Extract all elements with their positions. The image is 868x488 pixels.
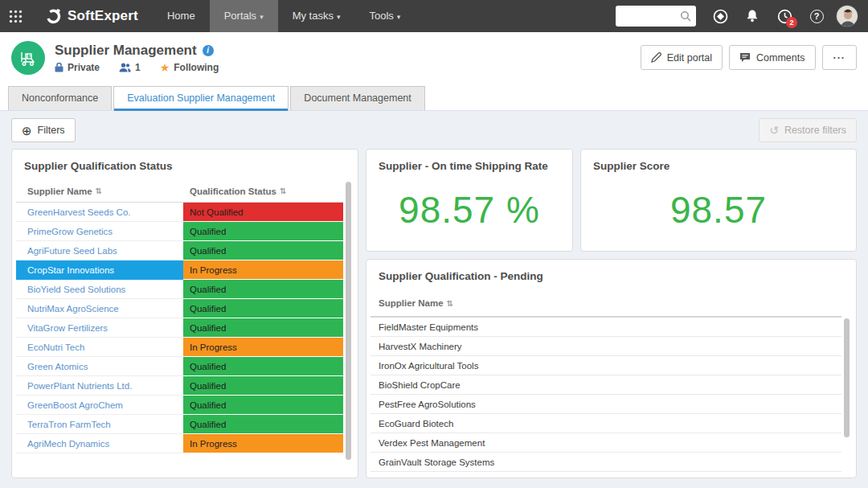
table-row: Green Atomics Qualified xyxy=(16,357,343,376)
column-header-qualification-status[interactable]: Qualification Status ⇅ xyxy=(183,187,343,196)
pending-supplier-name: HarvestX Machinery xyxy=(379,342,462,351)
avatar-image xyxy=(837,6,858,27)
notifications-button[interactable] xyxy=(736,0,768,32)
restore-filters-label: Restore filters xyxy=(784,125,846,136)
qualification-status-cell: Qualified xyxy=(183,222,343,241)
table-row: GreenBoost AgroChem Qualified xyxy=(16,396,343,415)
supplier-name-link[interactable]: PrimeGrow Genetics xyxy=(16,222,183,241)
supplier-name-link[interactable]: AgriMech Dynamics xyxy=(16,434,183,453)
qualification-status-cell: Qualified xyxy=(183,376,343,396)
supplier-name-link[interactable]: VitaGrow Fertilizers xyxy=(16,318,183,338)
panel-title: Supplier Qualification - Pending xyxy=(366,260,856,290)
comments-button[interactable]: Comments xyxy=(729,45,815,70)
qualification-status-cell: Qualified xyxy=(183,396,343,415)
vertical-scrollbar[interactable] xyxy=(844,318,850,437)
table-row: NutriMax AgroScience Qualified xyxy=(16,299,343,318)
table-row[interactable]: Verdex Pest Management xyxy=(371,433,841,453)
supplier-name-link[interactable]: GreenBoost AgroChem xyxy=(16,396,183,415)
qualification-status-cell: In Progress xyxy=(183,338,343,357)
softexpert-logo[interactable]: SoftExpert xyxy=(45,8,138,25)
filters-button[interactable]: ⊕ Filters xyxy=(11,118,76,142)
qualification-status-cell: Not Qualified xyxy=(183,203,343,222)
following-toggle[interactable]: ★ Following xyxy=(160,62,219,73)
tab-evaluation-supplier-management[interactable]: Evaluation Supplier Management xyxy=(113,86,289,111)
search-input[interactable] xyxy=(616,10,675,22)
notification-badge: 2 xyxy=(786,17,797,28)
status-badge: Qualified xyxy=(183,415,343,434)
tab-document-management[interactable]: Document Management xyxy=(290,86,424,110)
table-row[interactable]: IronOx Agricultural Tools xyxy=(371,356,841,375)
star-icon: ★ xyxy=(160,62,170,73)
pending-supplier-name: BioShield CropCare xyxy=(379,380,461,390)
pending-supplier-name: Verdex Pest Management xyxy=(379,438,485,448)
qualification-status-cell: Qualified xyxy=(183,241,343,260)
table-row[interactable]: EcoGuard Biotech xyxy=(371,414,841,433)
edit-portal-button[interactable]: Edit portal xyxy=(641,45,723,70)
bell-icon xyxy=(745,9,760,23)
qualification-status-cell: Qualified xyxy=(183,280,343,299)
column-header-supplier-name[interactable]: Supplier Name ⇅ xyxy=(16,187,183,196)
supplier-name-link[interactable]: EcoNutri Tech xyxy=(16,338,183,357)
nav-my-tasks-label: My tasks xyxy=(293,10,334,22)
edit-portal-label: Edit portal xyxy=(667,52,712,64)
table-row[interactable]: FieldMaster Equipments xyxy=(371,318,841,337)
status-badge: In Progress xyxy=(183,434,343,453)
qualification-status-cell: Qualified xyxy=(183,299,343,318)
table-row[interactable]: HarvestX Machinery xyxy=(371,337,841,356)
supplier-score-value: 98.57 xyxy=(581,180,856,251)
nav-tools[interactable]: Tools▾ xyxy=(354,0,415,32)
following-label: Following xyxy=(174,62,219,73)
app-grid-icon[interactable] xyxy=(0,0,31,32)
portal-title-block: Supplier Management i Private 1 xyxy=(55,43,219,73)
table-row[interactable]: BioShield CropCare xyxy=(371,375,841,395)
supplier-qualification-pending-panel: Supplier Qualification - Pending Supplie… xyxy=(366,259,857,478)
sort-icon: ⇅ xyxy=(280,187,286,195)
portal-header: Supplier Management i Private 1 xyxy=(0,32,868,83)
supplier-name-link[interactable]: AgriFuture Seed Labs xyxy=(16,241,183,260)
members-count: 1 xyxy=(119,62,141,73)
pending-supplier-name: GrainVault Storage Systems xyxy=(379,457,494,467)
qualification-status-cell: Qualified xyxy=(183,318,343,338)
status-badge: Qualified xyxy=(183,280,343,299)
supplier-name-link[interactable]: Green Atomics xyxy=(16,357,183,376)
table-row: GreenHarvest Seeds Co. Not Qualified xyxy=(16,203,343,222)
user-avatar[interactable] xyxy=(836,5,858,27)
table-row: EcoNutri Tech In Progress xyxy=(16,338,343,357)
supplier-name-link[interactable]: BioYield Seed Solutions xyxy=(16,280,183,299)
column-header-supplier-name[interactable]: Supplier Name ⇅ xyxy=(371,290,841,318)
info-icon[interactable]: i xyxy=(203,45,214,56)
supplier-name-link[interactable]: PowerPlant Nutrients Ltd. xyxy=(16,376,183,396)
members-count-value: 1 xyxy=(135,62,141,73)
supplier-name-link[interactable]: CropStar Innovations xyxy=(16,260,183,280)
nav-my-tasks[interactable]: My tasks▾ xyxy=(278,0,355,32)
vertical-scrollbar[interactable] xyxy=(346,182,351,460)
nav-portals[interactable]: Portals▾ xyxy=(210,0,278,32)
panel-title: Supplier - On time Shipping Rate xyxy=(366,150,572,180)
chevron-down-icon: ▾ xyxy=(397,13,401,21)
sort-icon: ⇅ xyxy=(447,299,453,308)
status-badge: Qualified xyxy=(183,376,343,396)
discover-button[interactable] xyxy=(704,0,736,32)
status-badge: Qualified xyxy=(183,222,343,241)
qualification-table-body: GreenHarvest Seeds Co. Not Qualified Pri… xyxy=(16,203,343,453)
status-badge: In Progress xyxy=(183,260,343,280)
status-badge: Not Qualified xyxy=(183,203,343,222)
pencil-icon xyxy=(651,52,661,63)
supplier-name-link[interactable]: NutriMax AgroScience xyxy=(16,299,183,318)
table-row[interactable]: GrainVault Storage Systems xyxy=(371,453,841,472)
tab-nonconformance[interactable]: Nonconformance xyxy=(8,86,112,110)
status-badge: Qualified xyxy=(183,299,343,318)
table-row: VitaGrow Fertilizers Qualified xyxy=(16,318,343,338)
plus-circle-icon: ⊕ xyxy=(22,125,32,137)
more-options-button[interactable]: ··· xyxy=(822,45,858,70)
restore-icon: ↺ xyxy=(769,125,779,136)
help-button[interactable]: ? xyxy=(800,0,833,32)
grid-dots-icon xyxy=(9,10,23,23)
status-badge: Qualified xyxy=(183,318,343,338)
restore-filters-button[interactable]: ↺ Restore filters xyxy=(759,118,857,142)
supplier-name-link[interactable]: GreenHarvest Seeds Co. xyxy=(16,203,183,222)
nav-home[interactable]: Home xyxy=(153,0,210,32)
supplier-name-link[interactable]: TerraTron FarmTech xyxy=(16,415,183,434)
table-row[interactable]: PestFree AgroSolutions xyxy=(371,395,841,414)
pending-tasks-button[interactable]: 2 xyxy=(768,0,800,32)
